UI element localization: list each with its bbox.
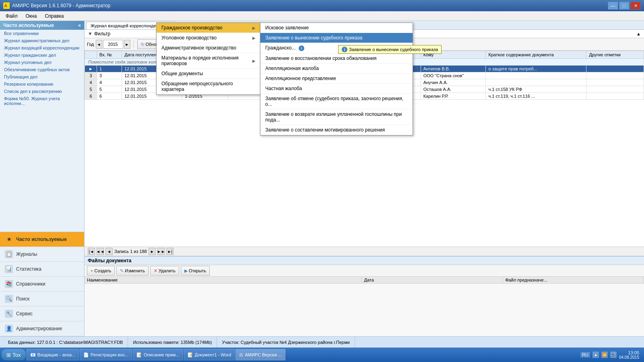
app-icon-0: 📧 <box>30 352 36 358</box>
nav-item-admin[interactable]: 👤 Администрирование <box>0 321 84 336</box>
filter-expand-icon[interactable]: ▲ <box>636 31 641 36</box>
col-num[interactable]: Вх. № <box>97 51 122 59</box>
files-col-name: Наименование <box>85 277 362 283</box>
year-next-button[interactable]: ► <box>124 40 130 49</box>
sep1 <box>134 40 134 48</box>
sidebar-link-2[interactable]: Журнал входящей корреспонденции <box>0 44 84 51</box>
filter-label[interactable]: Фильтр <box>94 31 110 37</box>
sub-item-apelpred[interactable]: Апелляционное представление <box>260 74 413 84</box>
sidebar-link-3[interactable]: Журнал гражданских дел <box>0 51 84 59</box>
row-num: 5 <box>85 86 97 93</box>
page-last-button[interactable]: ►| <box>166 248 173 255</box>
taskbar-app-2[interactable]: 📝 Описание прим... <box>133 349 183 360</box>
files-edit-button[interactable]: ✎ Изменить <box>116 266 149 276</box>
files-open-button[interactable]: ▶ Открыть <box>181 266 210 276</box>
tray-icon-volume: 🔊 <box>610 352 617 358</box>
year-input[interactable] <box>103 40 123 49</box>
sidebar-collapse-icon[interactable]: « <box>78 23 81 28</box>
taskbar-app-4[interactable]: ⚖ АМИРС Версия ... <box>235 349 285 360</box>
app-icon: A <box>3 2 10 9</box>
close-button[interactable]: ✕ <box>630 2 641 10</box>
dropdown-arrow-civil: ▶ <box>252 26 256 30</box>
taskbar-app-1[interactable]: 📄 Регистрация вхо... <box>80 349 132 360</box>
page-prev-prev-button[interactable]: ◄◄ <box>97 248 104 255</box>
nav-item-statistika[interactable]: 📊 Статистика <box>0 262 84 277</box>
app-icon-1: 📄 <box>83 352 89 358</box>
window-controls: — □ ✕ <box>608 2 641 10</box>
cell-id: 6 <box>97 93 122 100</box>
nav-label-statistika: Статистика <box>16 266 41 272</box>
sub-item-sudprikaz[interactable]: Заявление о вынесении судебного приказа <box>260 33 413 43</box>
nav-item-poisk[interactable]: 🔍 Поиск <box>0 292 84 306</box>
cell-other <box>586 86 644 93</box>
files-create-label: Создать <box>94 268 111 273</box>
sidebar-link-6[interactable]: Публикация дел <box>0 73 84 80</box>
book-icon: 📋 <box>5 250 13 258</box>
clock: 13:05 04.08.2015 <box>619 350 639 360</box>
sub-item-iskovoe[interactable]: Исковое заявление <box>260 23 413 33</box>
taskbar-label-0: Входящие - avsa... <box>37 352 75 357</box>
dropdown-item-common[interactable]: Общие документы <box>157 69 260 79</box>
page-next-button[interactable]: ► <box>149 248 156 255</box>
windows-icon: ⊞ <box>6 352 11 358</box>
dropdown-item-exec[interactable]: Материалы в порядке исполнения приговоро… <box>157 53 260 69</box>
row-marker: ► <box>85 66 97 72</box>
sidebar-links: Все справочники Журнал административных … <box>0 30 84 107</box>
menu-file[interactable]: Файл <box>2 12 21 20</box>
dropdown-item-nonprocess[interactable]: Обращение непроцессуального характера <box>157 79 260 95</box>
files-create-icon: + <box>91 268 93 273</box>
sidebar-link-8[interactable]: Список дел к рассмотрению <box>0 88 84 95</box>
nav-item-spravochniki[interactable]: 📚 Справочники <box>0 277 84 292</box>
sidebar-link-9[interactable]: Форма №50. Журнал учета исполни... <box>0 95 84 107</box>
sub-item-chastnaya[interactable]: Частная жалоба <box>260 84 413 94</box>
tooltip: i Заявление о вынесении судебного приказ… <box>338 45 442 54</box>
dropdown-item-criminal[interactable]: Уголовное производство ▶ <box>157 33 260 43</box>
menu-windows[interactable]: Окна <box>23 12 40 20</box>
taskbar-label-3: Документ1 - Word <box>195 352 231 357</box>
start-button[interactable]: ⊞ Tox <box>2 349 26 360</box>
taskbar-label-1: Регистрация вхо... <box>91 352 128 357</box>
cell-other <box>586 72 644 79</box>
col-kratkoe[interactable]: Краткое содержание документа <box>486 51 586 59</box>
files-delete-button[interactable]: ✕ Удалить <box>150 266 179 276</box>
nav-item-zhurnaly[interactable]: 📋 Журналы <box>0 247 84 262</box>
sub-item-vosstanovlenie[interactable]: Заявление о восстановлении срока обжалов… <box>260 53 413 64</box>
page-prev-button[interactable]: ◄ <box>105 248 113 255</box>
year-prev-button[interactable]: ◄ <box>96 40 102 49</box>
menu-help[interactable]: Справка <box>41 12 67 20</box>
files-edit-icon: ✎ <box>120 268 124 274</box>
nav-item-chasto[interactable]: ★ Часто используемые <box>0 232 84 247</box>
sub-item-motivirov[interactable]: Заявление о составлении мотивированного … <box>260 125 413 135</box>
files-create-button[interactable]: + Создать <box>87 266 115 276</box>
cell-kratkoe <box>486 79 586 86</box>
sub-item-otmena[interactable]: Заявление об отмене (судебного приказа, … <box>260 94 413 109</box>
page-first-button[interactable]: |◄ <box>88 248 95 255</box>
nav-label-servis: Сервис <box>16 311 33 317</box>
filter-icon: ▼ <box>88 31 93 37</box>
maximize-button[interactable]: □ <box>619 2 630 10</box>
list-icon: 📚 <box>5 280 13 288</box>
sub-dropdown-menu: Исковое заявление Заявление о вынесении … <box>260 23 413 136</box>
year-label: Год <box>87 42 94 47</box>
taskbar-app-3[interactable]: 📝 Документ1 - Word <box>184 349 235 360</box>
sidebar-title: Часто используемые <box>3 23 54 28</box>
col-other[interactable]: Другие отметки <box>586 51 644 59</box>
dropdown-item-civil[interactable]: Гражданское производство ▶ <box>157 23 260 33</box>
nav-item-servis[interactable]: 🔧 Сервис <box>0 306 84 321</box>
sub-item-apelljac[interactable]: Апелляционная жалоба <box>260 64 413 74</box>
sidebar-link-0[interactable]: Все справочники <box>0 30 84 37</box>
taskbar-app-0[interactable]: 📧 Входящие - avsa... <box>27 349 79 360</box>
sidebar-link-5[interactable]: Обезличивание судебных актов <box>0 66 84 73</box>
sidebar-link-4[interactable]: Журнал уголовных дел <box>0 59 84 66</box>
sidebar-link-7[interactable]: Резервное копирование <box>0 80 84 88</box>
page-next-next-button[interactable]: ►► <box>157 248 165 255</box>
cell-id: 1 <box>97 66 122 72</box>
clock-time: 13:05 <box>628 350 639 355</box>
start-label: Tox <box>12 352 21 358</box>
sub-item-vozvrat[interactable]: Заявление о возврате излишне уплаченной … <box>260 109 413 125</box>
minimize-button[interactable]: — <box>608 2 618 10</box>
dropdown-item-admin[interactable]: Административное производство <box>157 43 260 53</box>
sidebar-link-1[interactable]: Журнал административных дел <box>0 37 84 44</box>
tooltip-trigger-icon: i <box>299 45 304 51</box>
lang-indicator: RU <box>580 352 590 358</box>
